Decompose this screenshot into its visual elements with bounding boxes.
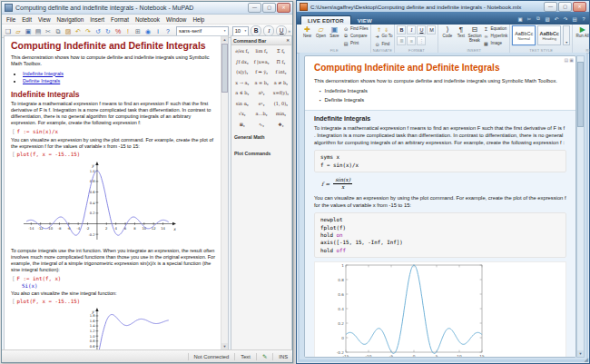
menu-item[interactable]: Help bbox=[192, 16, 204, 23]
bold-button[interactable]: B bbox=[397, 25, 406, 34]
command-bar-button[interactable]: ∂/∂x f▾ bbox=[232, 48, 251, 54]
scroll-down-icon[interactable]: ▼ bbox=[221, 343, 228, 349]
ribbon-small-button[interactable]: ⧉Compare bbox=[343, 33, 369, 39]
toolbar-icon[interactable]: i bbox=[153, 26, 162, 36]
resize-grip-icon[interactable]: ◢ bbox=[584, 356, 588, 362]
toolbar-icon[interactable]: ↺ bbox=[93, 26, 103, 36]
close-icon[interactable]: ✕ bbox=[286, 38, 290, 43]
command-bar-button[interactable]: ⊞▾ bbox=[232, 122, 251, 128]
font-family-select[interactable]: sans-serif ▾ bbox=[176, 26, 229, 36]
scrollbar-thumb[interactable] bbox=[221, 44, 228, 93]
list-format-button[interactable]: ≣ bbox=[397, 36, 406, 45]
command-bar-button[interactable]: ❖▾ bbox=[271, 122, 290, 128]
underline-button[interactable]: U bbox=[417, 25, 426, 34]
command-bar-button[interactable]: a ∈ b▾ bbox=[232, 90, 251, 96]
scroll-up-icon[interactable]: ▲ bbox=[221, 36, 228, 43]
close-button[interactable]: ✕ bbox=[277, 3, 290, 13]
tab-view[interactable]: VIEW bbox=[351, 16, 379, 25]
code-input[interactable]: [ F := int(f, x) bbox=[12, 276, 217, 282]
quick-access-icon[interactable]: ✂ bbox=[526, 16, 533, 22]
scrollbar-thumb[interactable] bbox=[577, 62, 584, 127]
menu-item[interactable]: Insert bbox=[90, 16, 104, 23]
vertical-scrollbar[interactable]: ▲ ▼ bbox=[221, 36, 228, 349]
command-bar-button[interactable]: Π f▾ bbox=[271, 59, 290, 65]
ribbon-small-button[interactable]: ▤Print bbox=[343, 40, 369, 46]
code-block[interactable]: syms xf = sin(x)/x bbox=[314, 150, 566, 172]
toolbar-icon[interactable]: ? bbox=[163, 26, 172, 36]
toolbar-icon[interactable]: ▣ bbox=[24, 26, 33, 36]
ribbon-big-button[interactable]: ✚New bbox=[300, 25, 314, 46]
toolbar-icon[interactable]: ✂ bbox=[44, 26, 53, 36]
toolbar-icon[interactable]: ▤ bbox=[34, 26, 43, 36]
output-inline-icon[interactable]: ▤ bbox=[565, 57, 569, 63]
toolbar-icon[interactable]: ↶ bbox=[74, 26, 83, 36]
tab-live-editor[interactable]: LIVE EDITOR bbox=[300, 15, 351, 25]
menu-item[interactable]: Notebook bbox=[135, 16, 160, 23]
monospace-button[interactable]: M bbox=[427, 25, 436, 34]
list-format-button[interactable]: ≡ bbox=[407, 36, 416, 45]
code-input[interactable]: [ plot(F, x = -15..15) bbox=[12, 299, 217, 305]
toolbar-icon[interactable]: ! bbox=[123, 26, 133, 36]
matlab-figure[interactable]: -15-10-5051015-0.200.20.40.60.81 bbox=[314, 261, 566, 358]
ribbon-small-button[interactable]: ⊙Find bbox=[375, 41, 393, 47]
command-bar-button[interactable]: (1, 0)▾ bbox=[271, 101, 290, 107]
run-button[interactable]: ▶Run All bbox=[575, 25, 590, 48]
command-bar-button[interactable]: (x|y)▾ bbox=[232, 69, 251, 75]
navigate-arrow-icon[interactable]: ⇓ bbox=[384, 26, 388, 33]
toolbar-icon[interactable]: ⧉ bbox=[54, 26, 63, 36]
command-bar-button[interactable]: min▾ bbox=[271, 111, 290, 117]
command-bar-button[interactable]: eˣ▾ bbox=[251, 101, 270, 107]
toolbar-overflow-icon[interactable]: » bbox=[288, 28, 290, 34]
italic-button[interactable]: I bbox=[407, 25, 416, 34]
style-gallery-expander[interactable]: ▾ bbox=[563, 25, 570, 45]
toolbar-icon[interactable]: % bbox=[113, 26, 123, 36]
command-bar-button[interactable]: √x▾ bbox=[232, 111, 251, 117]
navigate-arrow-icon[interactable]: ⇑ bbox=[377, 26, 381, 33]
quick-access-icon[interactable]: ? bbox=[580, 16, 587, 22]
quick-access-icon[interactable]: ▤ bbox=[571, 16, 578, 22]
toolbar-icon[interactable]: ⊞ bbox=[133, 26, 143, 36]
toolbar-icon[interactable]: ↻ bbox=[103, 26, 113, 36]
ribbon-small-button[interactable]: ⊙Find Files bbox=[343, 25, 369, 32]
code-block[interactable]: newplotfplot(f)hold onaxis([-15, 15, -In… bbox=[314, 212, 566, 258]
menu-item[interactable]: Edit bbox=[22, 16, 32, 23]
ribbon-small-button[interactable]: ▦Image bbox=[483, 40, 507, 46]
toolbar-icon[interactable]: ◉ bbox=[143, 26, 152, 36]
scroll-down-icon[interactable]: ▼ bbox=[577, 350, 584, 357]
command-bar-button[interactable]: x → a▾ bbox=[232, 80, 251, 86]
style-normal-button[interactable]: AaBbCc Normal bbox=[512, 25, 536, 45]
toolbar-icon[interactable]: ▱ bbox=[14, 26, 23, 36]
ribbon-big-button[interactable]: ▣Save bbox=[328, 25, 341, 46]
sinc-plot[interactable]: -14-12-10-8-6-4-22468101214-0.20.20.40.6… bbox=[20, 161, 217, 246]
vertical-scrollbar[interactable]: ▼ bbox=[576, 55, 585, 358]
maximize-button[interactable]: ▢ bbox=[558, 2, 572, 12]
general-math-section[interactable]: General Math bbox=[234, 134, 289, 140]
command-bar-button[interactable]: a ≠ b▾ bbox=[271, 80, 290, 86]
quick-access-icon[interactable]: ↶ bbox=[553, 16, 560, 22]
menu-item[interactable]: View bbox=[38, 16, 51, 23]
maximize-button[interactable]: ▢ bbox=[262, 3, 276, 13]
command-bar-button[interactable]: x=f(y)▾ bbox=[271, 90, 290, 96]
command-bar-button[interactable]: f ⇒ ẏ▾ bbox=[251, 69, 270, 75]
command-bar-button[interactable]: lim f▾ bbox=[251, 48, 270, 54]
command-bar-button[interactable]: f int▾ bbox=[271, 69, 290, 75]
style-heading-button[interactable]: AaBbCc Heading bbox=[537, 25, 561, 45]
code-input[interactable]: [ f := sin(x)/x bbox=[12, 129, 217, 135]
toolbar-icon[interactable]: ▨ bbox=[64, 26, 73, 36]
command-bar-button[interactable]: ∫f dx▾ bbox=[232, 59, 251, 65]
quick-access-icon[interactable]: ▣ bbox=[516, 16, 524, 22]
toc-link[interactable]: Definite Integrals bbox=[23, 78, 60, 84]
live-script-document[interactable]: ▤ ▣ Computing Indefinite and Definite In… bbox=[304, 55, 576, 358]
command-bar-button[interactable]: f |x=a▾ bbox=[251, 59, 270, 65]
toolbar-icon[interactable]: ❏ bbox=[4, 26, 13, 36]
command-bar-button[interactable]: sin α▾ bbox=[232, 101, 251, 107]
quick-access-icon[interactable]: ▨ bbox=[544, 16, 551, 22]
minimize-button[interactable]: — bbox=[248, 3, 261, 13]
toolbar-icon[interactable]: ↷ bbox=[84, 26, 93, 36]
command-bar-button[interactable]: ∿▾ bbox=[251, 122, 270, 128]
ribbon-big-button[interactable]: ⊟Section Break bbox=[467, 25, 481, 46]
mupad-document[interactable]: Computing Indefinite and Definite Integr… bbox=[4, 35, 229, 350]
ribbon-big-button[interactable]: ▱Open bbox=[314, 25, 328, 46]
quick-access-icon[interactable]: ⧉ bbox=[535, 15, 542, 22]
toc-link[interactable]: Indefinite Integrals bbox=[23, 71, 64, 76]
